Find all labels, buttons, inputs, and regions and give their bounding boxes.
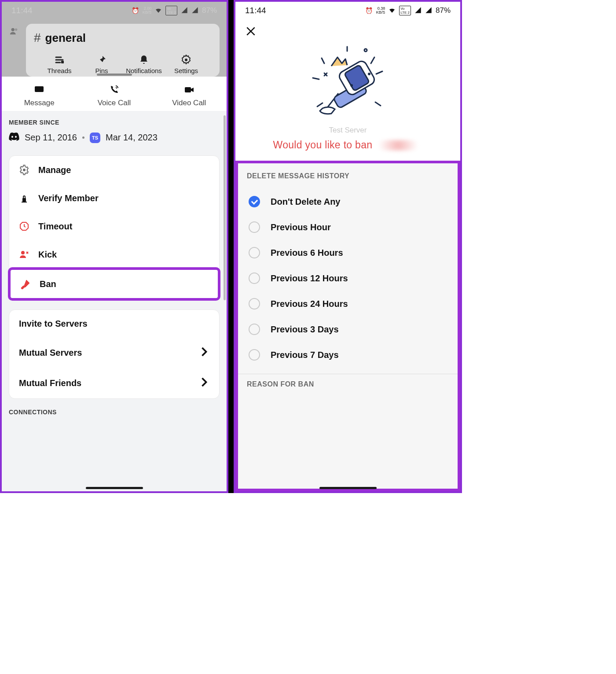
hash-icon: # (34, 31, 41, 45)
right-screenshot: 11:44 ⏰ 0.38KB/S VoLTE 2 87% (234, 0, 462, 493)
delete-option-row[interactable]: Previous 6 Hours (247, 240, 449, 265)
profile-sheet: Message Voice Call Video Call MEMBER SIN… (2, 77, 227, 491)
delete-option-row[interactable]: Previous 12 Hours (247, 265, 449, 291)
svg-point-0 (11, 28, 14, 31)
separator (238, 374, 458, 374)
voice-call-action[interactable]: Voice Call (77, 85, 151, 107)
scrollbar[interactable] (224, 115, 226, 300)
battery-percent: 87% (202, 6, 217, 15)
server-join-date: Mar 14, 2023 (106, 133, 158, 143)
radio-label: Previous 7 Days (271, 350, 339, 360)
kick-row[interactable]: Kick (9, 240, 219, 269)
delete-option-row[interactable]: Previous 7 Days (247, 342, 449, 368)
home-indicator[interactable] (86, 487, 143, 489)
svg-point-3 (185, 59, 187, 61)
discord-icon (9, 132, 19, 143)
radio-label: Previous 6 Hours (271, 248, 343, 258)
svg-line-16 (317, 103, 323, 107)
battery-percent: 87% (436, 6, 451, 15)
radio-button[interactable] (249, 324, 260, 335)
data-rate: 2.00KB/S (143, 7, 152, 15)
mutual-servers-row[interactable]: Mutual Servers (9, 338, 219, 368)
timeout-row[interactable]: Timeout (9, 212, 219, 240)
radio-label: Previous 3 Days (271, 324, 339, 335)
svg-point-23 (350, 84, 353, 87)
invite-row[interactable]: Invite to Servers (9, 310, 219, 338)
ban-row[interactable]: Ban (8, 267, 220, 301)
lte-badge: VoLTE 2 (165, 6, 177, 15)
clock: 11:44 (11, 6, 33, 15)
screenshot-divider (228, 0, 234, 493)
radio-button[interactable] (249, 273, 260, 284)
verify-row[interactable]: Verify Member (9, 184, 219, 212)
svg-rect-4 (35, 86, 44, 92)
delete-option-row[interactable]: Don't Delete Any (247, 189, 449, 214)
svg-point-1 (15, 29, 17, 31)
svg-point-24 (368, 73, 370, 75)
signal-icon (414, 7, 422, 15)
svg-point-19 (364, 49, 367, 52)
radio-button[interactable] (249, 349, 260, 361)
svg-line-17 (375, 102, 381, 106)
discord-join-date: Sep 11, 2016 (25, 133, 77, 143)
svg-line-14 (376, 71, 382, 74)
radio-label: Don't Delete Any (271, 197, 340, 207)
radio-label: Previous Hour (271, 222, 331, 232)
svg-point-10 (21, 251, 25, 254)
manage-row[interactable]: Manage (9, 156, 219, 184)
member-since-label: MEMBER SINCE (9, 119, 220, 126)
chevron-right-icon (199, 377, 209, 390)
home-indicator[interactable] (319, 487, 377, 489)
delete-history-label: DELETE MESSAGE HISTORY (247, 172, 449, 180)
radio-button[interactable] (249, 196, 260, 207)
sheet-grabber[interactable] (97, 74, 132, 76)
alarm-icon: ⏰ (365, 7, 373, 14)
video-call-action[interactable]: Video Call (152, 85, 227, 107)
left-screenshot: 11:44 ⏰ 2.00KB/S VoLTE 2 87% (0, 0, 228, 493)
radio-button[interactable] (249, 298, 260, 309)
ban-question: Would you like to ban (235, 139, 460, 161)
signal-icon (181, 7, 188, 15)
alarm-icon: ⏰ (132, 7, 139, 14)
user-silhouette-icon (2, 24, 26, 77)
social-card: Invite to Servers Mutual Servers Mutual … (9, 309, 220, 399)
delete-option-row[interactable]: Previous 24 Hours (247, 291, 449, 317)
settings-tab[interactable]: Settings (165, 55, 207, 74)
signal-icon-2 (191, 7, 198, 15)
status-bar: 11:44 ⏰ 0.38KB/S VoLTE 2 87% (235, 2, 460, 19)
moderation-card: Manage Verify Member Timeout Kick Ban (9, 155, 220, 300)
ban-options-panel: DELETE MESSAGE HISTORY Don't Delete AnyP… (235, 161, 460, 491)
svg-rect-2 (61, 61, 64, 63)
member-since-row: Sep 11, 2016 TS Mar 14, 2023 (9, 132, 220, 143)
svg-line-15 (313, 78, 319, 79)
close-icon[interactable] (245, 31, 257, 38)
svg-rect-8 (22, 202, 27, 203)
channel-card: # general Threads Pins Notifications (26, 24, 220, 77)
svg-line-13 (371, 57, 374, 63)
channel-name: # general (34, 31, 212, 45)
svg-rect-5 (185, 87, 191, 92)
delete-option-row[interactable]: Previous Hour (247, 214, 449, 240)
separator-dot (82, 136, 84, 139)
reason-label: REASON FOR BAN (247, 380, 449, 395)
server-badge: TS (90, 133, 100, 143)
wifi-icon (155, 7, 162, 15)
svg-rect-7 (22, 198, 26, 202)
radio-button[interactable] (249, 221, 260, 233)
delete-option-row[interactable]: Previous 3 Days (247, 317, 449, 342)
message-action[interactable]: Message (2, 85, 77, 107)
radio-button[interactable] (249, 247, 260, 258)
radio-label: Previous 12 Hours (271, 273, 348, 284)
wifi-icon (389, 7, 396, 15)
pins-tab[interactable]: Pins (81, 55, 123, 74)
lte-badge: VoLTE 2 (399, 6, 411, 15)
svg-line-12 (322, 58, 324, 63)
notifications-tab[interactable]: Notifications (123, 55, 165, 74)
channel-name-text: general (45, 31, 86, 45)
mutual-friends-row[interactable]: Mutual Friends (9, 368, 219, 398)
channel-header-dimmed: 11:44 ⏰ 2.00KB/S VoLTE 2 87% (2, 2, 227, 77)
status-bar: 11:44 ⏰ 2.00KB/S VoLTE 2 87% (2, 2, 227, 19)
chevron-right-icon (199, 346, 209, 359)
threads-tab[interactable]: Threads (38, 55, 81, 74)
svg-rect-11 (21, 286, 25, 289)
